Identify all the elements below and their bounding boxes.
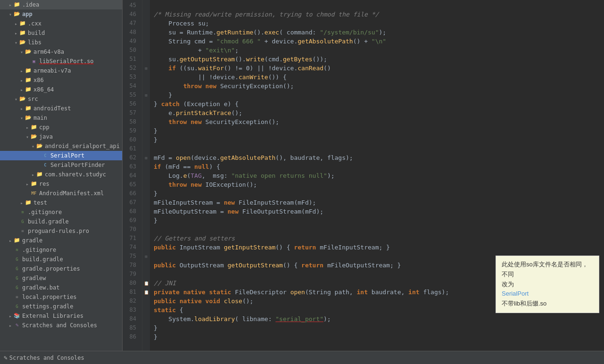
git-icon-gitignore-root: ≋ — [13, 247, 21, 253]
tree-item-scratches[interactable]: ✎ Scratches and Consoles — [0, 321, 122, 330]
chevron-armeabi — [19, 68, 25, 74]
code-content[interactable]: /* Missing read/write permission, trying… — [150, 0, 604, 351]
tree-label-libs: libs — [28, 39, 41, 46]
lib-icon-libserialport: ▣ — [30, 58, 38, 65]
code-line-56: e.printStackTrace(); — [154, 109, 242, 116]
tree-item-idea[interactable]: 📁 .idea — [0, 0, 122, 9]
tree-item-app[interactable]: 📂 app — [0, 9, 122, 19]
code-line-54: } — [154, 91, 172, 99]
tree-item-main[interactable]: 📂 main — [0, 113, 122, 123]
scratches-bottom-item[interactable]: ✎ Scratches and Consoles — [4, 354, 84, 361]
tree-item-gradle-properties[interactable]: G gradle.properties — [0, 264, 122, 273]
tree-label-x86: x86 — [33, 77, 44, 83]
tree-item-cpp[interactable]: 📁 cpp — [0, 123, 122, 132]
tree-item-gradlew-bat[interactable]: G gradlew.bat — [0, 283, 122, 292]
folder-icon-test: 📁 — [25, 199, 32, 206]
tree-label-libserialport: libSerialPort.so — [39, 58, 94, 65]
code-line-59: } — [154, 136, 157, 143]
tree-item-gradle-folder[interactable]: 📁 gradle — [0, 236, 122, 245]
tree-item-androidmanifest[interactable]: MF AndroidManifest.xml — [0, 189, 122, 198]
code-line-45: /* Missing read/write permission, trying… — [154, 11, 379, 18]
folder-icon-app: 📂 — [13, 11, 21, 17]
code-line-86 — [154, 342, 157, 349]
tree-label-java: java — [39, 133, 53, 140]
tree-label-com-sharetv: com.sharetv.studyc — [45, 171, 106, 178]
code-line-70: // Getters and setters — [154, 235, 235, 242]
tree-item-gitignore-root[interactable]: ≋ .gitignore — [0, 245, 122, 255]
tree-item-androidtest[interactable]: 📁 androidTest — [0, 104, 122, 113]
chevron-scratches — [8, 323, 13, 328]
file-tree-sidebar[interactable]: 📁 .idea 📂 app 📁 .cxx 📁 build 📂 — [0, 0, 123, 351]
code-line-82: static { — [154, 306, 183, 314]
tree-label-gitignore-root: .gitignore — [22, 247, 56, 253]
code-line-85: } — [154, 333, 157, 340]
tree-item-src[interactable]: 📂 src — [0, 94, 122, 104]
tree-item-armeabi[interactable]: 📁 armeabi-v7a — [0, 66, 122, 75]
tree-item-gitignore-app[interactable]: ≋ .gitignore — [0, 207, 122, 217]
chevron-arm64 — [19, 50, 25, 55]
code-line-48: String cmd = "chmod 666 " + device.getAb… — [154, 38, 386, 45]
tree-item-serialport-api-pkg[interactable]: 📂 android_serialport_api — [0, 141, 122, 151]
tree-label-cxx: .cxx — [28, 20, 41, 27]
folder-icon-com-sharetv: 📁 — [36, 171, 43, 178]
folder-icon-main: 📂 — [25, 115, 32, 121]
folder-icon-res: 📁 — [30, 181, 38, 187]
tree-item-x86-64[interactable]: 📁 x86_64 — [0, 85, 122, 94]
tree-item-proguard[interactable]: ≡ proguard-rules.pro — [0, 226, 122, 236]
tree-item-java[interactable]: 📂 java — [0, 132, 122, 141]
tree-item-libserialport[interactable]: ▣ libSerialPort.so — [0, 57, 122, 66]
code-line-84: } — [154, 324, 157, 331]
java-icon-serialport: C — [41, 152, 49, 159]
tree-item-cxx[interactable]: 📁 .cxx — [0, 19, 122, 28]
folder-icon-gradle-folder: 📁 — [13, 237, 21, 244]
code-line-78 — [154, 271, 157, 278]
chevron-build — [13, 31, 19, 36]
gradle-icon-build-gradle-root: G — [13, 256, 21, 263]
tree-item-test[interactable]: 📁 test — [0, 198, 122, 207]
tree-item-build-gradle-root[interactable]: G build.gradle — [0, 255, 122, 264]
chevron-com-sharetv — [30, 172, 36, 177]
tree-item-arm64[interactable]: 📂 arm64-v8a — [0, 47, 122, 57]
git-icon-gitignore-app: ≋ — [19, 209, 26, 215]
tree-item-x86[interactable]: 📁 x86 — [0, 75, 122, 85]
tree-item-gradlew[interactable]: G gradlew — [0, 273, 122, 283]
code-line-47: su = Runtime.getRuntime().exec( command:… — [154, 29, 386, 36]
tree-label-gradle-properties: gradle.properties — [22, 265, 80, 272]
tree-item-build[interactable]: 📁 build — [0, 28, 122, 38]
tree-label-serialportfinder: SerialPortFinder — [50, 162, 105, 168]
tree-label-x86-64: x86_64 — [33, 86, 54, 93]
tree-item-settings-gradle[interactable]: G settings.gradle — [0, 302, 122, 311]
tree-item-serialport[interactable]: C SerialPort — [0, 151, 122, 160]
code-line-51: if ((su.waitFor() != 0) || !device.canRe… — [154, 65, 331, 72]
folder-icon-arm64: 📂 — [25, 49, 32, 55]
line-numbers: 45 46 47 48 49 50 51 52 53 54 55 56 57 5… — [123, 0, 142, 351]
tree-item-res[interactable]: 📁 res — [0, 179, 122, 189]
tree-item-com-sharetv[interactable]: 📁 com.sharetv.studyc — [0, 170, 122, 179]
tree-item-external-libraries[interactable]: 📚 External Libraries — [0, 311, 122, 321]
code-line-58: } — [154, 127, 157, 134]
tree-item-libs[interactable]: 📂 libs — [0, 38, 122, 47]
tree-item-build-gradle-app[interactable]: G build.gradle — [0, 217, 122, 226]
chevron-app — [8, 12, 13, 17]
java-icon-serialportfinder: C — [41, 162, 49, 168]
tree-label-armeabi: armeabi-v7a — [33, 67, 71, 74]
folder-icon-x86-64: 📁 — [25, 86, 32, 93]
gradle-icon-settings-gradle: G — [13, 303, 21, 310]
bottom-bar: ✎ Scratches and Consoles — [0, 351, 604, 364]
gradle-icon-build-gradle-app: G — [19, 218, 26, 225]
tree-item-local-properties[interactable]: ≡ local.properties — [0, 292, 122, 302]
chevron-java — [25, 134, 30, 140]
tree-item-serialportfinder[interactable]: C SerialPortFinder — [0, 160, 122, 170]
chevron-x86-64 — [19, 87, 25, 92]
chevron-x86 — [19, 78, 25, 83]
code-line-52: || !device.canWrite()) { — [154, 74, 287, 81]
scratches-icon: ✎ — [13, 322, 21, 329]
folder-icon-libs: 📂 — [19, 39, 26, 46]
code-line-46: Process su; — [154, 20, 209, 27]
chevron-cpp — [25, 125, 30, 130]
code-area[interactable]: 45 46 47 48 49 50 51 52 53 54 55 56 57 5… — [123, 0, 604, 351]
tree-label-build-gradle-root: build.gradle — [22, 256, 63, 263]
code-line-61: mFd = open(device.getAbsolutePath(), bau… — [154, 154, 353, 161]
chevron-main — [19, 116, 25, 121]
code-line-62: if (mFd == null) { — [154, 163, 220, 170]
